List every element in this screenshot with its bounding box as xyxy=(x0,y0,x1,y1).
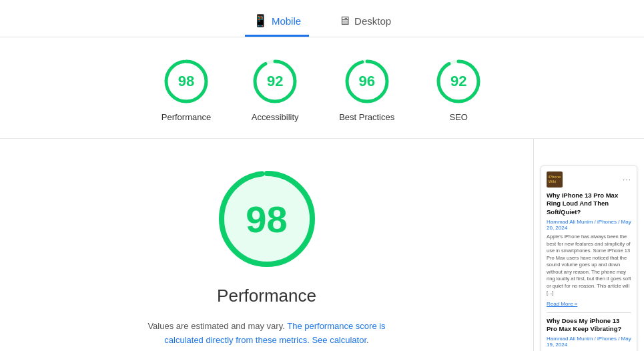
blog-divider xyxy=(547,312,631,313)
score-item-best-practices: 96 Best Practices xyxy=(339,57,394,122)
scores-row: 98 Performance 92 Accessibility 96 Best … xyxy=(0,37,644,139)
blog-menu-icon[interactable]: ··· xyxy=(623,175,631,184)
blog-header: iPhoneWiki ··· xyxy=(547,171,631,188)
tab-desktop-label: Desktop xyxy=(354,15,391,27)
tabs-bar: 📱 Mobile 🖥 Desktop xyxy=(0,0,644,37)
score-value-accessibility: 92 xyxy=(267,73,283,90)
score-circle-performance: 98 xyxy=(162,57,210,105)
blog-post2-meta: Hammad Ali Munim / iPhones / May 19, 202… xyxy=(547,336,631,348)
left-panel: 98 Performance Values are estimated and … xyxy=(0,139,534,351)
score-item-seo: 92 SEO xyxy=(434,57,482,122)
main-description: Values are estimated and may vary. The p… xyxy=(140,320,394,348)
right-panel: iPhoneWiki ··· Why iPhone 13 Pro Max Rin… xyxy=(534,139,644,351)
desktop-icon: 🖥 xyxy=(338,14,350,28)
blog-post1-title: Why iPhone 13 Pro Max Ring Loud And Then… xyxy=(547,192,631,216)
blog-post1-body: Apple's iPhone has always been the best … xyxy=(547,234,631,297)
score-label-best-practices: Best Practices xyxy=(339,112,394,122)
score-item-accessibility: 92 Accessibility xyxy=(251,57,299,122)
score-value-performance: 98 xyxy=(178,73,194,90)
main-score-label: Performance xyxy=(217,286,316,306)
score-value-seo: 92 xyxy=(450,73,466,90)
blog-preview-card: iPhoneWiki ··· Why iPhone 13 Pro Max Rin… xyxy=(541,165,637,351)
main-score-value: 98 xyxy=(246,198,287,241)
tab-desktop[interactable]: 🖥 Desktop xyxy=(330,8,399,37)
blog-post2-title: Why Does My iPhone 13 Pro Max Keep Vibra… xyxy=(547,317,631,334)
score-label-seo: SEO xyxy=(450,112,468,122)
score-circle-best-practices: 96 xyxy=(343,57,391,105)
blog-post1-readmore[interactable]: Read More » xyxy=(547,301,631,307)
score-label-performance: Performance xyxy=(162,112,211,122)
score-circle-accessibility: 92 xyxy=(251,57,299,105)
tab-mobile-label: Mobile xyxy=(272,15,301,27)
blog-post1-meta: Hammad Ali Munim / iPhones / May 20, 202… xyxy=(547,219,631,231)
main-score-circle: 98 xyxy=(214,165,320,272)
score-circle-seo: 92 xyxy=(434,57,482,105)
tab-mobile[interactable]: 📱 Mobile xyxy=(245,8,309,37)
score-item-performance: 98 Performance xyxy=(162,57,211,122)
score-label-accessibility: Accessibility xyxy=(252,112,299,122)
blog-logo: iPhoneWiki xyxy=(547,171,563,188)
description-text: Values are estimated and may vary. xyxy=(147,321,284,331)
score-value-best-practices: 96 xyxy=(358,73,374,90)
calculator-link[interactable]: See calculator xyxy=(312,335,366,345)
mobile-icon: 📱 xyxy=(253,13,268,28)
main-area: 98 Performance Values are estimated and … xyxy=(0,139,644,351)
blog-card-content: iPhoneWiki ··· Why iPhone 13 Pro Max Rin… xyxy=(541,166,637,351)
